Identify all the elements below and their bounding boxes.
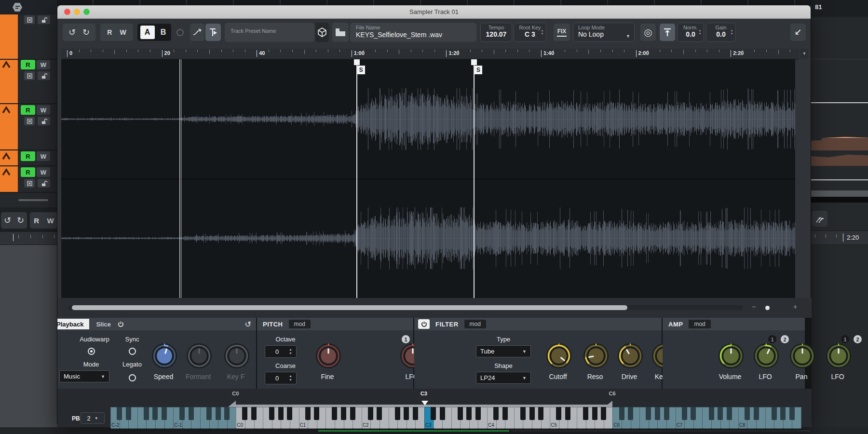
warp-key-follow-knob[interactable] bbox=[223, 342, 250, 369]
right-mini-ruler[interactable]: 2:20 bbox=[811, 231, 868, 245]
piano-keyboard[interactable]: C-2C-1C0C1C2C3C4C5C6C7C8 bbox=[110, 407, 801, 429]
legato-radio[interactable] bbox=[129, 374, 136, 381]
black-key[interactable] bbox=[538, 407, 543, 420]
pitch-mod-tab[interactable]: mod bbox=[289, 320, 311, 328]
black-key[interactable] bbox=[368, 407, 373, 420]
black-key[interactable] bbox=[601, 407, 606, 420]
track-read-button[interactable]: R bbox=[21, 105, 35, 115]
range-end-handle[interactable] bbox=[605, 401, 612, 407]
track-read-button[interactable]: R bbox=[21, 151, 35, 161]
black-key[interactable] bbox=[216, 407, 221, 420]
tab-playback[interactable]: Playback bbox=[57, 319, 89, 329]
pan-knob[interactable] bbox=[789, 342, 816, 369]
black-key[interactable] bbox=[655, 407, 660, 420]
track-write-button[interactable]: W bbox=[37, 167, 50, 177]
black-key[interactable] bbox=[287, 407, 292, 420]
black-key[interactable] bbox=[206, 407, 212, 420]
lock-button[interactable] bbox=[38, 15, 50, 24]
reso-knob[interactable] bbox=[583, 342, 610, 369]
black-key[interactable] bbox=[395, 407, 400, 420]
cutoff-knob[interactable] bbox=[545, 342, 572, 369]
drive-knob[interactable] bbox=[617, 342, 644, 369]
filter-power-button[interactable] bbox=[418, 319, 430, 329]
sample-end-handle[interactable] bbox=[471, 59, 477, 65]
black-key[interactable] bbox=[754, 407, 759, 420]
black-key[interactable] bbox=[583, 407, 588, 420]
black-key[interactable] bbox=[780, 407, 786, 420]
fine-knob[interactable] bbox=[315, 342, 342, 369]
load-file-button[interactable] bbox=[332, 23, 349, 42]
tempo-box[interactable]: Tempo 120.07 bbox=[480, 23, 512, 42]
black-key[interactable] bbox=[162, 407, 167, 420]
black-key[interactable] bbox=[493, 407, 499, 420]
no-effect-button[interactable] bbox=[24, 117, 35, 125]
write-automation-button[interactable]: W bbox=[120, 28, 126, 36]
left-mini-ruler[interactable] bbox=[0, 231, 57, 245]
black-key[interactable] bbox=[189, 407, 194, 420]
black-key[interactable] bbox=[628, 407, 633, 420]
amp-lfo2-badge2[interactable]: 2 bbox=[854, 335, 862, 343]
automation-curve-lower[interactable] bbox=[811, 153, 868, 166]
norm-box[interactable]: Norm. 0.0 ▲▼ bbox=[677, 23, 704, 42]
bg-undo-icon[interactable]: ↺ bbox=[4, 216, 11, 225]
black-key[interactable] bbox=[413, 407, 418, 420]
no-effect-button[interactable] bbox=[24, 71, 35, 80]
black-key[interactable] bbox=[431, 407, 436, 420]
black-key[interactable] bbox=[475, 407, 481, 420]
black-key[interactable] bbox=[152, 407, 158, 420]
file-name-field[interactable]: File Name KEYS_Selfielove_Stem .wav bbox=[350, 23, 476, 42]
loop-mode-box[interactable]: Loop Mode No Loop ▼ bbox=[573, 23, 635, 42]
black-key[interactable] bbox=[377, 407, 382, 420]
black-key[interactable] bbox=[341, 407, 346, 420]
preset-browser-button[interactable] bbox=[315, 23, 329, 42]
ruler-options-button[interactable]: ▼ bbox=[800, 49, 809, 58]
black-key[interactable] bbox=[332, 407, 337, 420]
black-key[interactable] bbox=[179, 407, 185, 420]
no-effect-button[interactable] bbox=[24, 15, 35, 24]
window-titlebar[interactable]: Sampler Track 01 bbox=[57, 5, 811, 19]
black-key[interactable] bbox=[565, 407, 570, 420]
black-key[interactable] bbox=[646, 407, 651, 420]
black-key[interactable] bbox=[314, 407, 319, 420]
amp-lfo1-knob[interactable] bbox=[753, 342, 780, 369]
black-key[interactable] bbox=[502, 407, 508, 420]
black-key[interactable] bbox=[440, 407, 445, 420]
sample-start-line[interactable] bbox=[356, 59, 357, 298]
formant-knob[interactable] bbox=[186, 342, 213, 369]
black-key[interactable] bbox=[224, 407, 230, 420]
zoom-in-button[interactable]: + bbox=[793, 303, 797, 311]
one-shot-button[interactable]: ◎ bbox=[640, 24, 656, 41]
amp-lfo2-knob[interactable] bbox=[825, 342, 852, 369]
speed-knob[interactable] bbox=[151, 342, 178, 369]
lock-button[interactable] bbox=[38, 179, 50, 188]
track-write-button[interactable]: W bbox=[37, 60, 50, 69]
no-effect-button[interactable] bbox=[24, 179, 35, 188]
slice-power-button[interactable] bbox=[115, 319, 127, 329]
filter-shape-dropdown[interactable]: LP24 ▼ bbox=[476, 372, 531, 384]
black-key[interactable] bbox=[592, 407, 597, 420]
preview-dot[interactable] bbox=[176, 29, 184, 36]
redo-button[interactable]: ↻ bbox=[82, 28, 90, 37]
zoom-slider-handle[interactable] bbox=[765, 306, 770, 310]
black-key[interactable] bbox=[664, 407, 669, 420]
sample-end-flag[interactable]: S bbox=[475, 66, 482, 74]
move-to-lower-zone-button[interactable]: ↙ bbox=[790, 24, 806, 41]
workspace-icon[interactable] bbox=[12, 2, 23, 13]
black-key[interactable] bbox=[404, 407, 409, 420]
normalize-button[interactable] bbox=[660, 24, 675, 41]
black-key[interactable] bbox=[126, 407, 131, 420]
black-key[interactable] bbox=[727, 407, 732, 420]
black-key[interactable] bbox=[718, 407, 723, 420]
sync-radio[interactable] bbox=[129, 348, 136, 355]
track-read-button[interactable]: R bbox=[21, 60, 35, 69]
rack-scrollbar[interactable] bbox=[18, 199, 48, 201]
black-key[interactable] bbox=[682, 407, 687, 420]
black-key[interactable] bbox=[691, 407, 696, 420]
scroll-thumb[interactable] bbox=[72, 305, 627, 310]
tab-slice[interactable]: Slice bbox=[96, 321, 110, 328]
root-key-box[interactable]: Root Key C 3 ▲▼ bbox=[514, 23, 546, 42]
volume-knob[interactable] bbox=[718, 342, 745, 369]
black-key[interactable] bbox=[242, 407, 247, 420]
black-key[interactable] bbox=[789, 407, 795, 420]
bg-read-button[interactable]: R bbox=[34, 217, 39, 225]
